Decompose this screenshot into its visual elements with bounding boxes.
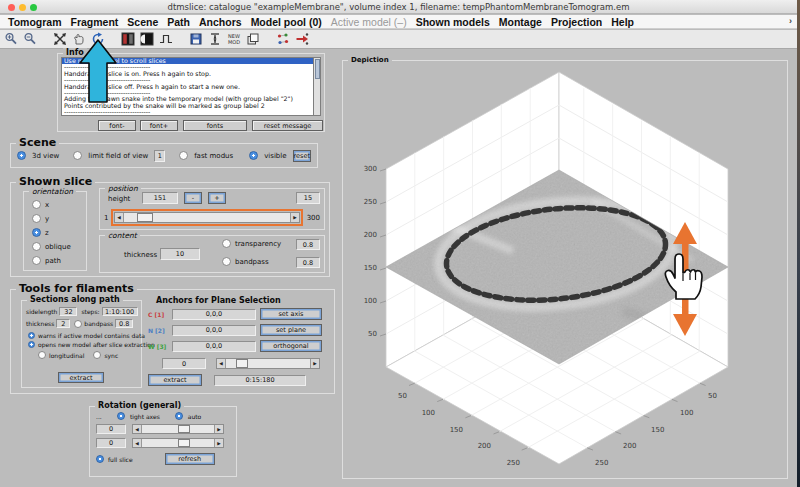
set-axis-button[interactable]: set axis: [260, 308, 322, 320]
menu-item-projection[interactable]: Projection: [551, 16, 602, 28]
step-response-icon[interactable]: [159, 32, 173, 46]
longitudinal-radio[interactable]: [38, 351, 46, 359]
orientation-z-radio[interactable]: [32, 228, 41, 237]
svg-text:100: 100: [422, 409, 435, 417]
refresh-button[interactable]: refresh: [165, 453, 215, 465]
zoom-in-icon[interactable]: [4, 32, 18, 46]
menu-item-anchors[interactable]: Anchors: [199, 16, 242, 28]
set-plane-button[interactable]: set plane: [260, 324, 322, 336]
new-model-icon[interactable]: NEW MOD: [227, 32, 241, 46]
scene-limit-fov-field[interactable]: 1: [154, 150, 165, 162]
thickness-label: thickness: [124, 251, 157, 259]
position-slider-thumb[interactable]: [137, 213, 153, 222]
scene-visible-radio[interactable]: [249, 151, 258, 160]
slider-left-arrow-icon[interactable]: ◀: [133, 439, 142, 447]
rotation-slider-2[interactable]: ◀ ▶: [132, 438, 224, 448]
zoom-out-icon[interactable]: [23, 32, 37, 46]
warn-active-model-radio[interactable]: [28, 332, 35, 339]
info-line[interactable]: --------------------------------------: [62, 109, 313, 115]
orientation-oblique-radio[interactable]: [32, 242, 41, 251]
bandpass-radio[interactable]: [222, 257, 231, 266]
z-axis-ticks: [380, 169, 386, 336]
sections-extract-button[interactable]: extract: [58, 372, 104, 383]
duplicate-window-icon[interactable]: [246, 32, 260, 46]
height-step-field[interactable]: 15: [296, 192, 320, 204]
sidelength-field[interactable]: 32: [59, 307, 77, 316]
orientation-path-radio[interactable]: [32, 256, 41, 265]
full-slice-radio[interactable]: [96, 455, 104, 463]
thickness-field[interactable]: 10: [160, 248, 200, 260]
reset-message-button[interactable]: reset message: [252, 120, 323, 131]
anchor-w-field[interactable]: 0,0,0: [172, 341, 256, 352]
menu-item-montage[interactable]: Montage: [499, 16, 542, 28]
scatter-points-icon[interactable]: [276, 32, 290, 46]
auto-radio[interactable]: [175, 412, 183, 420]
info-scrollbar[interactable]: [313, 57, 321, 116]
transparency-radio[interactable]: [222, 239, 231, 248]
rotation-slider-1[interactable]: ◀ ▶: [132, 424, 224, 434]
anchor-slider-thumb[interactable]: [236, 359, 248, 368]
font-plus-button[interactable]: font+: [140, 120, 178, 131]
slider-right-arrow-icon[interactable]: ▶: [214, 425, 223, 433]
height-plus-button[interactable]: +: [208, 192, 226, 204]
open-new-model-radio[interactable]: [28, 341, 35, 348]
menu-item-scene[interactable]: Scene: [127, 16, 158, 28]
export-model-icon[interactable]: [295, 32, 309, 46]
anchor-slider-track[interactable]: [226, 359, 310, 368]
position-slider-track[interactable]: [124, 213, 290, 222]
fonts-button[interactable]: fonts: [183, 120, 247, 131]
sections-bandpass-field[interactable]: 0.8: [115, 319, 133, 328]
anchor-n-field[interactable]: 0,0,0: [172, 325, 256, 336]
menu-overflow-icon[interactable]: ›: [789, 16, 792, 26]
orientation-y-radio[interactable]: [32, 214, 41, 223]
pan-arrows-icon[interactable]: [53, 32, 67, 46]
transparency-field[interactable]: 0.8: [296, 239, 320, 250]
info-scrollbar-thumb[interactable]: [315, 59, 321, 79]
orthogonal-button[interactable]: orthogonal: [260, 340, 322, 352]
font-minus-button[interactable]: font-: [98, 120, 136, 131]
rotation-slider-2-track[interactable]: [142, 439, 214, 447]
height-field[interactable]: 151: [142, 192, 178, 204]
anchor-w-label: W [3]: [148, 343, 168, 350]
menu-item-tomogram[interactable]: Tomogram: [8, 16, 61, 28]
anchor-angle-field[interactable]: 0: [162, 358, 206, 369]
depiction-3d-view[interactable]: 300 250 200 150 100 50 50 100 150 200 25…: [343, 61, 787, 478]
anchor-c-field[interactable]: 0,0,0: [172, 309, 256, 320]
tutorial-pointer-arrow: [70, 36, 130, 106]
slider-right-arrow-icon[interactable]: ▶: [214, 439, 223, 447]
rotation-slider-1-thumb[interactable]: [178, 425, 190, 433]
scene-reset-button[interactable]: reset: [293, 150, 311, 162]
steps-field[interactable]: 1:10:100: [102, 307, 138, 316]
sync-radio[interactable]: [93, 351, 101, 359]
menu-item-help[interactable]: Help: [611, 16, 634, 28]
rotation-field-2[interactable]: 0: [96, 438, 126, 448]
anchors-extract-button[interactable]: extract: [148, 374, 202, 386]
position-slider[interactable]: ◀ ▶: [114, 212, 300, 223]
tight-axes-radio[interactable]: [117, 412, 125, 420]
slider-right-arrow-icon[interactable]: ▶: [310, 359, 319, 368]
rotation-slider-2-thumb[interactable]: [178, 439, 190, 447]
auto-contrast-icon[interactable]: [140, 32, 154, 46]
scene-fast-modus-radio[interactable]: [179, 151, 188, 160]
menu-item-shown-models[interactable]: Shown models: [416, 16, 490, 28]
scene-3d-view-radio[interactable]: [17, 151, 26, 160]
slider-left-arrow-icon[interactable]: ◀: [217, 359, 226, 368]
save-icon[interactable]: [189, 32, 203, 46]
sections-bandpass-radio[interactable]: [74, 320, 82, 328]
rotation-field-1[interactable]: 0: [96, 424, 126, 434]
rotation-slider-1-track[interactable]: [142, 425, 214, 433]
bandpass-field[interactable]: 0.8: [296, 257, 320, 268]
scene-limit-fov-radio[interactable]: [73, 151, 82, 160]
orientation-x-radio[interactable]: [32, 200, 41, 209]
menu-item-fragment[interactable]: Fragment: [70, 16, 118, 28]
slider-left-arrow-icon[interactable]: ◀: [115, 213, 124, 222]
menu-item-model-pool[interactable]: Model pool (0): [251, 16, 322, 28]
anchor-range-field[interactable]: 0:15:180: [214, 375, 306, 386]
sections-thickness-field[interactable]: 2: [56, 319, 70, 328]
anchor-slider[interactable]: ◀ ▶: [216, 358, 320, 369]
menu-item-path[interactable]: Path: [167, 16, 190, 28]
height-minus-button[interactable]: -: [184, 192, 202, 204]
slider-right-arrow-icon[interactable]: ▶: [290, 213, 299, 222]
adjust-levels-icon[interactable]: [208, 32, 222, 46]
slider-left-arrow-icon[interactable]: ◀: [133, 425, 142, 433]
